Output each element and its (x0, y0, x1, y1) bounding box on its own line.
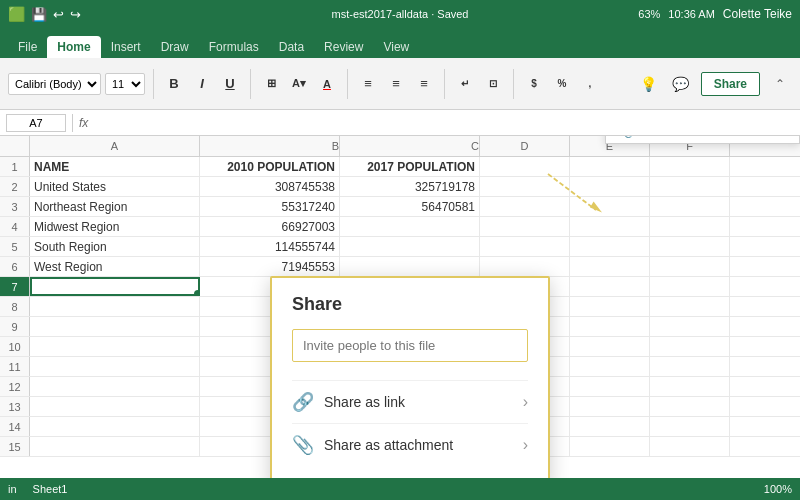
tab-view[interactable]: View (373, 36, 419, 58)
cell-e8[interactable] (570, 297, 650, 316)
cell-a6[interactable]: West Region (30, 257, 200, 276)
border-button[interactable]: ⊞ (259, 72, 283, 96)
cell-f9[interactable] (650, 317, 730, 336)
underline-button[interactable]: U (218, 72, 242, 96)
cell-f15[interactable] (650, 437, 730, 456)
cell-e11[interactable] (570, 357, 650, 376)
col-header-b[interactable]: B (200, 136, 340, 156)
cell-f5[interactable] (650, 237, 730, 256)
tab-data[interactable]: Data (269, 36, 314, 58)
col-header-d[interactable]: D (480, 136, 570, 156)
cell-e12[interactable] (570, 377, 650, 396)
align-center-button[interactable]: ≡ (384, 72, 408, 96)
cell-c6[interactable] (340, 257, 480, 276)
cell-b6[interactable]: 71945553 (200, 257, 340, 276)
cell-d1[interactable] (480, 157, 570, 176)
cell-f10[interactable] (650, 337, 730, 356)
cell-f2[interactable] (650, 177, 730, 196)
bold-button[interactable]: B (162, 72, 186, 96)
font-color-button[interactable]: A (315, 72, 339, 96)
cell-e3[interactable] (570, 197, 650, 216)
comments-icon[interactable]: 💬 (669, 72, 693, 96)
light-bulb-icon[interactable]: 💡 (637, 72, 661, 96)
italic-button[interactable]: I (190, 72, 214, 96)
cell-a2[interactable]: United States (30, 177, 200, 196)
tab-home[interactable]: Home (47, 36, 100, 58)
cell-d2[interactable] (480, 177, 570, 196)
sheet-tab[interactable]: Sheet1 (33, 483, 68, 495)
cell-a3[interactable]: Northeast Region (30, 197, 200, 216)
col-header-a[interactable]: A (30, 136, 200, 156)
cell-e9[interactable] (570, 317, 650, 336)
font-family-select[interactable]: Calibri (Body) (8, 73, 101, 95)
font-size-select[interactable]: 11 (105, 73, 145, 95)
cell-d3[interactable] (480, 197, 570, 216)
cell-f12[interactable] (650, 377, 730, 396)
cell-e5[interactable] (570, 237, 650, 256)
cell-f4[interactable] (650, 217, 730, 236)
cell-f6[interactable] (650, 257, 730, 276)
cell-c3[interactable]: 56470581 (340, 197, 480, 216)
cell-f8[interactable] (650, 297, 730, 316)
cell-e13[interactable] (570, 397, 650, 416)
cell-a14[interactable] (30, 417, 200, 436)
share-as-link-modal[interactable]: 🔗 Share as link › (292, 380, 528, 423)
tab-review[interactable]: Review (314, 36, 373, 58)
cell-a7[interactable] (30, 277, 200, 296)
merge-button[interactable]: ⊡ (481, 72, 505, 96)
cell-reference-input[interactable] (6, 114, 66, 132)
share-as-attachment-modal[interactable]: 📎 Share as attachment › (292, 423, 528, 466)
cell-a12[interactable] (30, 377, 200, 396)
cell-c2[interactable]: 325719178 (340, 177, 480, 196)
quick-save-icon[interactable]: 💾 (31, 7, 47, 22)
cell-a4[interactable]: Midwest Region (30, 217, 200, 236)
fill-color-button[interactable]: A▾ (287, 72, 311, 96)
cell-a1[interactable]: NAME (30, 157, 200, 176)
cell-e2[interactable] (570, 177, 650, 196)
cell-e4[interactable] (570, 217, 650, 236)
undo-icon[interactable]: ↩ (53, 7, 64, 22)
cell-a5[interactable]: South Region (30, 237, 200, 256)
cell-a13[interactable] (30, 397, 200, 416)
cell-b5[interactable]: 114555744 (200, 237, 340, 256)
cell-a9[interactable] (30, 317, 200, 336)
tab-file[interactable]: File (8, 36, 47, 58)
cell-d5[interactable] (480, 237, 570, 256)
cell-b1[interactable]: 2010 POPULATION (200, 157, 340, 176)
number-format-button[interactable]: $ (522, 72, 546, 96)
cell-a10[interactable] (30, 337, 200, 356)
share-invite-input[interactable] (292, 329, 528, 362)
cell-b4[interactable]: 66927003 (200, 217, 340, 236)
wrap-text-button[interactable]: ↵ (453, 72, 477, 96)
cell-f3[interactable] (650, 197, 730, 216)
share-as-attachment-small[interactable]: 📎 Share as attachment › (606, 136, 799, 143)
ribbon-collapse-icon[interactable]: ⌃ (768, 72, 792, 96)
cell-e10[interactable] (570, 337, 650, 356)
cell-e1[interactable] (570, 157, 650, 176)
cell-f14[interactable] (650, 417, 730, 436)
col-header-c[interactable]: C (340, 136, 480, 156)
cell-f1[interactable] (650, 157, 730, 176)
tab-draw[interactable]: Draw (151, 36, 199, 58)
cell-a8[interactable] (30, 297, 200, 316)
cell-f11[interactable] (650, 357, 730, 376)
cell-d4[interactable] (480, 217, 570, 236)
cell-b3[interactable]: 55317240 (200, 197, 340, 216)
cell-c4[interactable] (340, 217, 480, 236)
redo-icon[interactable]: ↪ (70, 7, 81, 22)
cell-b2[interactable]: 308745538 (200, 177, 340, 196)
comma-button[interactable]: , (578, 72, 602, 96)
cell-f13[interactable] (650, 397, 730, 416)
cell-a11[interactable] (30, 357, 200, 376)
align-left-button[interactable]: ≡ (356, 72, 380, 96)
tab-formulas[interactable]: Formulas (199, 36, 269, 58)
share-ribbon-button[interactable]: Share (701, 72, 760, 96)
cell-d6[interactable] (480, 257, 570, 276)
cell-c5[interactable] (340, 237, 480, 256)
cell-e7[interactable] (570, 277, 650, 296)
align-right-button[interactable]: ≡ (412, 72, 436, 96)
tab-insert[interactable]: Insert (101, 36, 151, 58)
cell-e15[interactable] (570, 437, 650, 456)
percent-button[interactable]: % (550, 72, 574, 96)
cell-e6[interactable] (570, 257, 650, 276)
